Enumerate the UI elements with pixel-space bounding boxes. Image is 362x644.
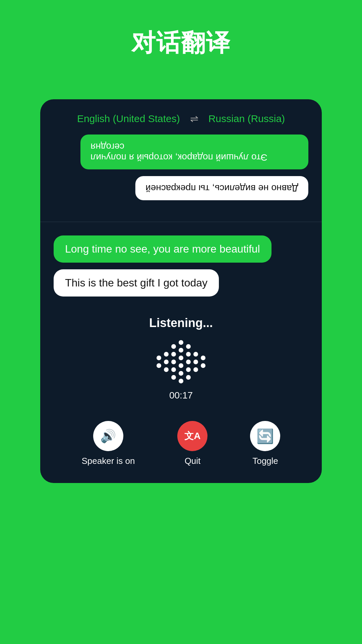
wave-col-2 — [164, 352, 169, 372]
wave-dot — [186, 360, 191, 364]
wave-dot — [193, 360, 198, 364]
message-bubble-english-2: This is the best gift I got today — [54, 269, 219, 297]
wave-dot — [164, 367, 169, 372]
wave-col-5 — [186, 344, 191, 380]
lower-conversation: Long time no see, you are more beautiful… — [40, 222, 322, 309]
app-title: 对话翻译 — [131, 27, 231, 59]
wave-dot — [193, 367, 198, 372]
wave-dot — [157, 363, 161, 368]
message-bubble-russian-2: Давно не виделись, ты прекрасней — [135, 176, 308, 200]
upper-conversation: Это лучший подарок, который я получил се… — [40, 135, 322, 222]
wave-dot — [186, 352, 191, 357]
wave-dot — [164, 360, 169, 364]
wave-dot — [171, 367, 176, 372]
wave-dot — [157, 356, 161, 360]
swap-languages-icon[interactable]: ⇌ — [190, 113, 198, 124]
speaker-label: Speaker is on — [82, 456, 135, 466]
waveform-visualization — [150, 340, 212, 383]
quit-label: Quit — [185, 456, 201, 466]
wave-dot — [179, 340, 183, 345]
wave-dot — [164, 352, 169, 357]
toggle-circle[interactable]: 🔄 — [250, 421, 280, 451]
language-header: English (United States) ⇌ Russian (Russi… — [40, 99, 322, 135]
bottom-controls: 🔊 Speaker is on 文A Quit 🔄 Toggle — [40, 414, 322, 483]
listening-status: Listening... — [149, 316, 213, 330]
wave-dot — [179, 348, 183, 353]
wave-dot — [171, 360, 176, 364]
wave-col-4 — [179, 340, 183, 383]
recording-timer: 00:17 — [169, 390, 193, 401]
wave-dot — [193, 352, 198, 357]
toggle-label: Toggle — [252, 456, 278, 466]
wave-dot — [186, 367, 191, 372]
quit-circle[interactable]: 文A — [177, 421, 207, 451]
quit-icon: 文A — [184, 430, 200, 442]
quit-button[interactable]: 文A Quit — [177, 421, 207, 466]
speaker-icon: 🔊 — [100, 429, 116, 443]
speaker-circle[interactable]: 🔊 — [93, 421, 123, 451]
wave-dot — [179, 379, 183, 383]
listening-area: Listening... — [40, 309, 322, 414]
message-bubble-english-1: Long time no see, you are more beautiful — [54, 235, 272, 263]
toggle-icon: 🔄 — [256, 428, 274, 444]
target-language[interactable]: Russian (Russia) — [208, 113, 285, 124]
wave-dot — [171, 352, 176, 357]
wave-dot — [171, 375, 176, 380]
toggle-button[interactable]: 🔄 Toggle — [250, 421, 280, 466]
wave-dot — [201, 356, 205, 360]
wave-col-7 — [201, 356, 205, 368]
translation-card: English (United States) ⇌ Russian (Russi… — [40, 99, 322, 483]
wave-col-1 — [157, 356, 161, 368]
wave-dot — [201, 363, 205, 368]
source-language[interactable]: English (United States) — [77, 113, 180, 124]
wave-col-3 — [171, 344, 176, 380]
wave-dot — [179, 363, 183, 368]
speaker-button[interactable]: 🔊 Speaker is on — [82, 421, 135, 466]
wave-dot — [179, 356, 183, 360]
wave-dot — [171, 344, 176, 349]
wave-dot — [179, 371, 183, 376]
wave-dot — [186, 344, 191, 349]
wave-dot — [186, 375, 191, 380]
message-bubble-russian-1: Это лучший подарок, который я получил се… — [80, 135, 308, 169]
wave-col-6 — [193, 352, 198, 372]
